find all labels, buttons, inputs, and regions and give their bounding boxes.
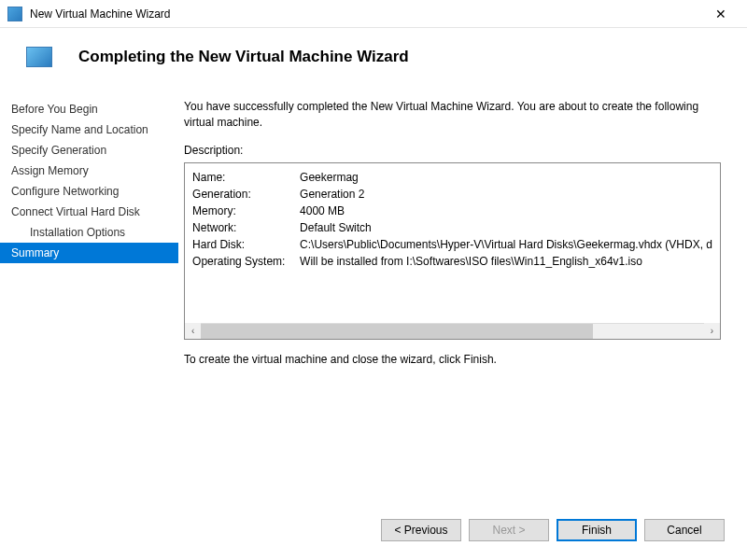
summary-key: Hard Disk: — [192, 236, 300, 253]
summary-key: Operating System: — [192, 253, 300, 270]
summary-key: Network: — [192, 219, 300, 236]
horizontal-scrollbar[interactable]: ‹ › — [185, 323, 720, 339]
summary-row-os: Operating System: Will be installed from… — [192, 253, 712, 270]
wizard-body: Before You Begin Specify Name and Locati… — [0, 93, 747, 504]
description-content: Name: Geekermag Generation: Generation 2… — [185, 163, 720, 323]
sidebar-item-connect-vhd[interactable]: Connect Virtual Hard Disk — [0, 202, 178, 222]
sidebar-item-specify-generation[interactable]: Specify Generation — [0, 140, 178, 161]
description-box: Name: Geekermag Generation: Generation 2… — [184, 162, 721, 340]
summary-value: Will be installed from I:\Softwares\ISO … — [300, 253, 712, 270]
page-title: Completing the New Virtual Machine Wizar… — [78, 48, 409, 66]
sidebar-item-assign-memory[interactable]: Assign Memory — [0, 161, 178, 181]
summary-value: C:\Users\Public\Documents\Hyper-V\Virtua… — [300, 236, 712, 253]
next-button: Next > — [469, 519, 549, 541]
sidebar-item-specify-name[interactable]: Specify Name and Location — [0, 119, 178, 140]
titlebar: New Virtual Machine Wizard ✕ — [0, 0, 747, 28]
sidebar: Before You Begin Specify Name and Locati… — [0, 93, 178, 504]
summary-value: Geekermag — [300, 169, 712, 186]
scroll-left-icon[interactable]: ‹ — [185, 323, 201, 339]
summary-row-generation: Generation: Generation 2 — [192, 186, 712, 203]
finish-instruction: To create the virtual machine and close … — [184, 353, 721, 366]
app-icon — [7, 7, 22, 21]
sidebar-item-before-you-begin[interactable]: Before You Begin — [0, 99, 178, 119]
summary-value: Generation 2 — [300, 186, 712, 203]
summary-value: 4000 MB — [300, 203, 712, 219]
wizard-header: Completing the New Virtual Machine Wizar… — [0, 28, 747, 93]
previous-button[interactable]: < Previous — [381, 519, 461, 541]
summary-row-network: Network: Default Switch — [192, 219, 712, 236]
cancel-button[interactable]: Cancel — [644, 519, 725, 541]
wizard-icon — [26, 47, 52, 67]
finish-button[interactable]: Finish — [557, 519, 637, 541]
summary-row-name: Name: Geekermag — [192, 169, 712, 186]
description-label: Description: — [184, 144, 721, 157]
scroll-track[interactable] — [201, 324, 704, 339]
window-title: New Virtual Machine Wizard — [30, 7, 702, 21]
summary-key: Memory: — [192, 203, 300, 219]
sidebar-item-installation-options[interactable]: Installation Options — [0, 222, 178, 243]
sidebar-item-configure-networking[interactable]: Configure Networking — [0, 181, 178, 202]
close-icon[interactable]: ✕ — [702, 1, 740, 27]
summary-row-memory: Memory: 4000 MB — [192, 203, 712, 219]
sidebar-item-summary[interactable]: Summary — [0, 243, 178, 263]
scroll-thumb[interactable] — [201, 324, 593, 339]
button-row: < Previous Next > Finish Cancel — [0, 504, 747, 560]
summary-value: Default Switch — [300, 219, 712, 236]
intro-text: You have successfully completed the New … — [184, 99, 721, 131]
summary-key: Name: — [192, 169, 300, 186]
summary-row-harddisk: Hard Disk: C:\Users\Public\Documents\Hyp… — [192, 236, 712, 253]
scroll-right-icon[interactable]: › — [704, 323, 720, 339]
content-pane: You have successfully completed the New … — [178, 93, 747, 504]
summary-key: Generation: — [192, 186, 300, 203]
